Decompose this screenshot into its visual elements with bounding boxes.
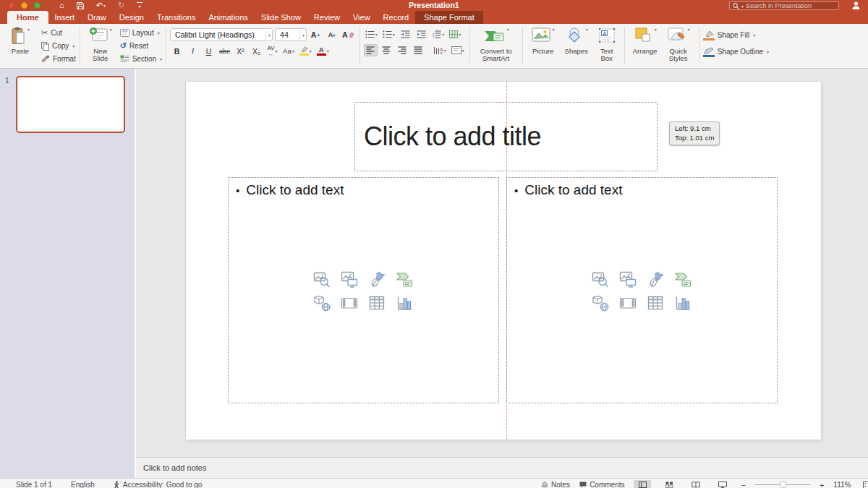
character-spacing-button[interactable]: AV↔ ▾ <box>265 45 279 57</box>
align-center-button[interactable] <box>380 44 393 56</box>
stock-image-icon[interactable] <box>592 270 610 289</box>
quick-styles-caret-icon[interactable]: ▾ <box>688 27 690 32</box>
copy-button[interactable]: Copy ▾ <box>41 40 76 51</box>
reading-view-button[interactable] <box>687 480 705 488</box>
text-box-button[interactable]: A Text Box <box>593 27 621 62</box>
tab-slide-show[interactable]: Slide Show <box>255 11 307 24</box>
tab-draw[interactable]: Draw <box>81 11 113 24</box>
quick-access-options-icon[interactable]: ▾ <box>137 2 142 9</box>
layout-button[interactable]: Layout ▾ <box>120 27 162 38</box>
paste-caret-icon[interactable]: ▾ <box>27 27 30 32</box>
smartart-caret-icon[interactable]: ▾ <box>507 27 509 32</box>
shapes-button[interactable]: ▾ Shapes <box>560 27 593 55</box>
slide-thumbnail[interactable] <box>16 76 125 133</box>
undo-caret-icon[interactable]: ▾ <box>103 3 106 8</box>
fit-slide-to-window-button[interactable] <box>863 481 868 488</box>
quick-styles-button[interactable]: ▾ Quick Styles <box>662 27 695 62</box>
tab-home[interactable]: Home <box>7 11 48 24</box>
comments-toggle-button[interactable]: Comments <box>579 481 624 488</box>
home-icon[interactable]: ⌂ <box>59 1 64 9</box>
paste-button[interactable]: ▾ Paste <box>4 27 37 55</box>
increase-font-size-button[interactable]: A▲ <box>309 29 323 41</box>
superscript-button[interactable]: X² <box>234 45 247 57</box>
zoom-level[interactable]: 111% <box>833 481 851 488</box>
account-avatar-icon[interactable] <box>851 1 861 10</box>
insert-picture-icon[interactable] <box>341 270 359 289</box>
content-placeholder-left[interactable]: • Click to add text <box>228 177 499 403</box>
redo-icon[interactable]: ↻ <box>118 1 124 9</box>
tab-design[interactable]: Design <box>113 11 150 24</box>
numbering-button[interactable]: ▾ <box>381 28 396 40</box>
insert-chart-icon[interactable] <box>674 294 693 313</box>
insert-video-icon[interactable] <box>341 294 359 313</box>
decrease-font-size-button[interactable]: A▾ <box>325 29 339 41</box>
font-size-select[interactable]: 44 ▾ <box>275 28 307 41</box>
text-highlight-button[interactable]: ▾ <box>298 45 313 57</box>
font-name-select[interactable]: Calibri Light (Headings) ▾ <box>170 28 273 41</box>
align-right-button[interactable] <box>396 44 409 56</box>
convert-to-smartart-button[interactable]: ▾ Convert to SmartArt <box>474 27 519 62</box>
line-spacing-button[interactable]: ↕ ▾ <box>430 28 446 40</box>
zoom-slider-thumb[interactable] <box>780 481 787 488</box>
tab-view[interactable]: View <box>346 11 377 24</box>
insert-icons-icon[interactable] <box>368 270 387 289</box>
slideshow-view-button[interactable] <box>714 480 731 488</box>
text-direction-button[interactable]: A ▾ <box>432 44 448 56</box>
notes-toggle-button[interactable]: Notes <box>541 481 570 488</box>
picture-button[interactable]: ▾ Picture <box>527 27 560 55</box>
shape-fill-button[interactable]: Shape Fill ▾ <box>703 30 769 40</box>
accessibility-status[interactable]: Accessibility: Good to go <box>114 481 203 488</box>
section-button[interactable]: Section ▾ <box>120 53 162 64</box>
align-left-button[interactable] <box>364 44 378 56</box>
new-slide-caret-icon[interactable]: ▾ <box>110 27 112 32</box>
insert-smartart-icon[interactable] <box>674 270 693 289</box>
close-window-button[interactable] <box>8 2 14 9</box>
tab-review[interactable]: Review <box>307 11 346 24</box>
increase-indent-button[interactable] <box>414 28 428 40</box>
normal-view-button[interactable] <box>634 480 651 488</box>
notes-pane[interactable]: Click to add notes <box>136 457 868 478</box>
shape-outline-button[interactable]: Shape Outline ▾ <box>703 46 769 57</box>
insert-smartart-icon[interactable] <box>396 270 414 289</box>
change-case-button[interactable]: Aa ▾ <box>281 45 296 57</box>
zoom-in-button[interactable]: + <box>820 481 824 488</box>
tab-transitions[interactable]: Transitions <box>150 11 202 24</box>
slide-sorter-view-button[interactable] <box>660 480 678 488</box>
arrange-button[interactable]: ▾ Arrange <box>629 27 662 55</box>
format-painter-button[interactable]: Format <box>41 53 76 64</box>
decrease-indent-button[interactable] <box>399 28 412 40</box>
shapes-caret-icon[interactable]: ▾ <box>586 27 588 32</box>
zoom-slider[interactable] <box>755 484 810 485</box>
bullets-button[interactable]: ▾ <box>364 28 379 40</box>
reset-button[interactable]: ↺ Reset <box>120 40 162 51</box>
insert-picture-icon[interactable] <box>619 270 638 289</box>
undo-button[interactable]: ↶ ▾ <box>96 1 106 9</box>
save-icon[interactable] <box>77 2 84 9</box>
insert-table-icon[interactable] <box>647 294 665 313</box>
copy-caret-icon[interactable]: ▾ <box>72 43 75 48</box>
minimize-window-button[interactable] <box>21 2 27 9</box>
stock-image-icon[interactable] <box>313 270 332 289</box>
zoom-out-button[interactable]: − <box>741 481 745 488</box>
insert-video-icon[interactable] <box>619 294 638 313</box>
tab-record[interactable]: Record <box>377 11 415 24</box>
tab-insert[interactable]: Insert <box>48 11 82 24</box>
search-box[interactable]: ▾ Search in Presentation <box>729 1 839 10</box>
zoom-window-button[interactable] <box>34 2 41 9</box>
picture-caret-icon[interactable]: ▾ <box>553 27 555 32</box>
content-placeholder-right[interactable]: • Click to add text <box>506 177 778 403</box>
insert-icons-icon[interactable] <box>647 270 665 289</box>
underline-button[interactable]: U <box>202 45 216 57</box>
new-slide-button[interactable]: ▾ New Slide <box>84 27 117 62</box>
font-color-button[interactable]: A ▾ <box>315 45 331 57</box>
slide[interactable]: Click to add title • Click to add text <box>186 82 821 440</box>
insert-chart-icon[interactable] <box>396 294 414 313</box>
insert-3d-model-icon[interactable] <box>313 294 332 313</box>
align-text-button[interactable]: ▾ <box>450 44 466 56</box>
strikethrough-button[interactable]: abe <box>218 45 231 57</box>
justify-button[interactable] <box>412 44 425 56</box>
insert-3d-model-icon[interactable] <box>592 294 610 313</box>
clear-formatting-button[interactable]: A <box>341 29 356 41</box>
title-placeholder[interactable]: Click to add title <box>354 102 658 171</box>
columns-button[interactable]: ▾ <box>448 28 462 40</box>
